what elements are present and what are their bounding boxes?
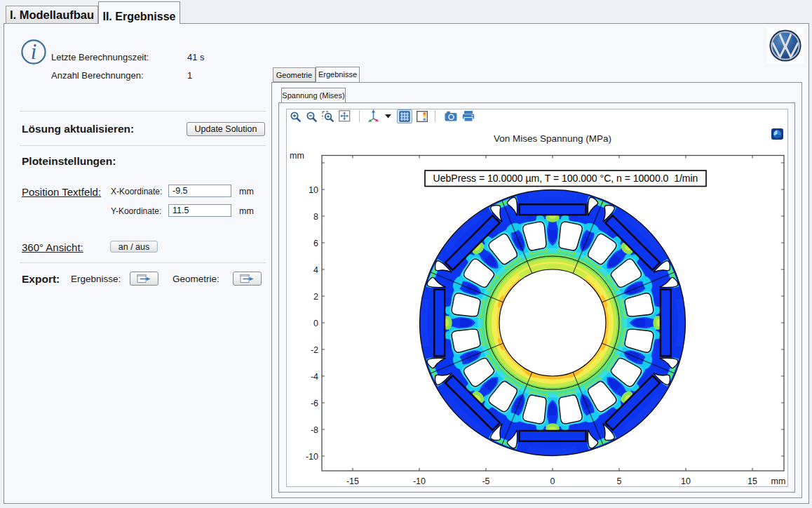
svg-text:4: 4 [313, 265, 318, 275]
svg-text:-15: -15 [346, 476, 359, 486]
svg-text:-4: -4 [311, 372, 318, 382]
svg-text:10: 10 [309, 185, 318, 195]
svg-text:0: 0 [313, 319, 318, 328]
svg-text:-10: -10 [306, 452, 318, 462]
svg-text:Von Mises Spannung (MPa): Von Mises Spannung (MPa) [494, 133, 611, 144]
svg-text:6: 6 [313, 239, 318, 248]
svg-text:8: 8 [313, 212, 318, 222]
svg-text:-6: -6 [311, 399, 318, 408]
svg-text:15: 15 [747, 476, 757, 486]
svg-text:mm: mm [290, 151, 304, 161]
svg-text:0: 0 [550, 476, 555, 486]
svg-text:UebPress = 10.0000 µm, T = 100: UebPress = 10.0000 µm, T = 100.000 °C, n… [433, 173, 698, 184]
svg-text:-10: -10 [413, 476, 426, 486]
svg-text:i: i [31, 39, 37, 64]
svg-text:mm: mm [771, 476, 786, 486]
svg-text:-5: -5 [482, 476, 489, 486]
svg-text:5: 5 [617, 476, 622, 486]
svg-text:-2: -2 [311, 345, 318, 355]
svg-text:-8: -8 [311, 425, 318, 435]
svg-text:2: 2 [313, 292, 318, 302]
svg-text:10: 10 [681, 476, 691, 486]
